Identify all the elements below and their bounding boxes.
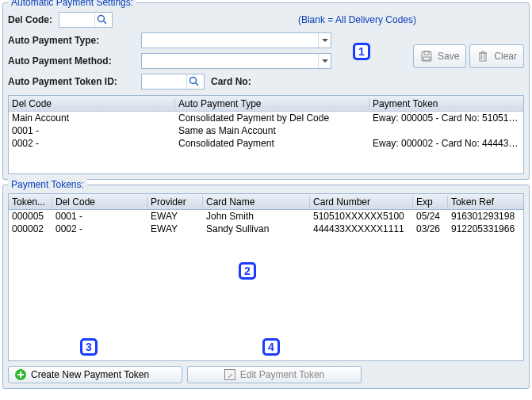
cell: 510510XXXXXX5100 bbox=[310, 211, 413, 222]
callout-marker-4: 4 bbox=[262, 338, 280, 356]
tokens-col-tokenref[interactable]: Token Ref bbox=[448, 196, 523, 208]
svg-line-1 bbox=[103, 21, 106, 25]
settings-row[interactable]: 0001 - Same as Main Account bbox=[9, 124, 523, 137]
cell: 05/24 bbox=[413, 211, 448, 222]
tokens-col-cardname[interactable]: Card Name bbox=[203, 196, 310, 208]
save-icon bbox=[420, 50, 433, 63]
del-code-label: Del Code: bbox=[8, 14, 59, 25]
settings-grid[interactable]: Del Code Auto Payment Type Payment Token… bbox=[8, 95, 524, 174]
settings-grid-body: Main Account Consolidated Payment by Del… bbox=[9, 112, 523, 150]
edit-icon bbox=[224, 369, 235, 380]
cell: 912205331966 bbox=[448, 223, 523, 234]
settings-col-paymenttoken[interactable]: Payment Token bbox=[369, 98, 523, 109]
chevron-down-icon[interactable] bbox=[318, 54, 331, 68]
auto-pay-type-combo[interactable] bbox=[141, 32, 331, 48]
svg-point-0 bbox=[98, 16, 104, 22]
search-icon[interactable] bbox=[94, 13, 109, 27]
plus-icon bbox=[15, 369, 26, 380]
search-icon[interactable] bbox=[186, 74, 201, 89]
cell: 03/26 bbox=[413, 223, 448, 234]
tokens-row[interactable]: 000002 0002 - EWAY Sandy Sullivan 444433… bbox=[9, 223, 523, 235]
auto-pay-type-input[interactable] bbox=[142, 33, 318, 48]
cell: Eway: 000002 - Card No: 444433XX... bbox=[369, 138, 523, 149]
cell: 0002 - bbox=[52, 223, 147, 234]
svg-line-3 bbox=[195, 83, 198, 86]
payment-tokens-title: Payment Tokens: bbox=[8, 179, 87, 190]
cell: 000002 bbox=[9, 223, 52, 234]
tokens-col-token[interactable]: Token... bbox=[9, 196, 52, 208]
auto-pay-method-combo[interactable] bbox=[141, 53, 331, 69]
clear-button-label: Clear bbox=[494, 51, 517, 62]
del-code-lookup[interactable] bbox=[59, 12, 113, 28]
save-button-label: Save bbox=[438, 51, 459, 62]
tokens-grid[interactable]: Token... Del Code Provider Card Name Car… bbox=[8, 193, 524, 361]
auto-pay-token-id-input[interactable] bbox=[142, 74, 186, 89]
callout-marker-3: 3 bbox=[80, 338, 98, 356]
cell: Eway: 000005 - Card No: 510510XX... bbox=[369, 112, 523, 124]
blank-note: (Blank = All Delivery Codes) bbox=[298, 14, 416, 25]
callout-marker-2: 2 bbox=[239, 262, 256, 280]
callout-marker-1: 1 bbox=[353, 43, 370, 60]
tokens-col-provider[interactable]: Provider bbox=[147, 196, 203, 208]
tokens-grid-body: 000005 0001 - EWAY John Smith 510510XXXX… bbox=[8, 209, 524, 361]
svg-rect-7 bbox=[480, 53, 486, 61]
settings-row[interactable]: 0002 - Consolidated Payment Eway: 000002… bbox=[9, 137, 523, 150]
cell: 0001 - bbox=[9, 125, 175, 136]
tokens-row[interactable]: 000005 0001 - EWAY John Smith 510510XXXX… bbox=[9, 210, 523, 223]
settings-col-delcode[interactable]: Del Code bbox=[9, 98, 175, 109]
settings-grid-header: Del Code Auto Payment Type Payment Token bbox=[9, 96, 523, 112]
auto-payment-settings-title: Automatic Payment Settings: bbox=[8, 0, 136, 8]
cell: EWAY bbox=[147, 223, 203, 234]
cell: 0001 - bbox=[52, 211, 147, 222]
save-button[interactable]: Save bbox=[413, 44, 466, 68]
edit-token-button[interactable]: Edit Payment Token bbox=[187, 366, 362, 383]
cell: 000005 bbox=[9, 211, 52, 222]
settings-row[interactable]: Main Account Consolidated Payment by Del… bbox=[9, 112, 523, 124]
auto-payment-settings-panel: Automatic Payment Settings: Del Code: (B… bbox=[2, 2, 530, 180]
tokens-col-delcode[interactable]: Del Code bbox=[52, 196, 147, 208]
settings-col-autopaytype[interactable]: Auto Payment Type bbox=[175, 98, 369, 109]
create-token-button[interactable]: Create New Payment Token bbox=[8, 366, 182, 383]
svg-point-2 bbox=[189, 78, 196, 84]
cell: Consolidated Payment by Del Code bbox=[175, 112, 369, 124]
tokens-grid-header: Token... Del Code Provider Card Name Car… bbox=[8, 193, 524, 209]
card-no-label: Card No: bbox=[211, 76, 251, 87]
clear-button[interactable]: Clear bbox=[469, 44, 524, 68]
clear-icon bbox=[477, 50, 489, 63]
payment-tokens-panel: Payment Tokens: Token... Del Code Provid… bbox=[2, 185, 530, 389]
create-token-label: Create New Payment Token bbox=[31, 369, 149, 380]
chevron-down-icon[interactable] bbox=[318, 33, 331, 48]
auto-pay-method-label: Auto Payment Method: bbox=[8, 55, 141, 67]
auto-pay-token-id-lookup[interactable] bbox=[141, 74, 205, 90]
del-code-input[interactable] bbox=[59, 13, 94, 27]
auto-pay-method-input[interactable] bbox=[142, 54, 318, 68]
cell: EWAY bbox=[147, 211, 203, 222]
edit-token-label: Edit Payment Token bbox=[240, 369, 325, 380]
svg-rect-5 bbox=[424, 51, 429, 55]
cell: Consolidated Payment bbox=[175, 138, 369, 149]
tokens-col-exp[interactable]: Exp bbox=[413, 196, 448, 208]
cell: 444433XXXXXX1111 bbox=[310, 223, 413, 234]
svg-rect-6 bbox=[423, 57, 430, 60]
cell: John Smith bbox=[203, 211, 310, 222]
cell: Same as Main Account bbox=[175, 125, 369, 136]
cell: Main Account bbox=[9, 112, 175, 124]
auto-pay-type-label: Auto Payment Type: bbox=[8, 35, 141, 46]
cell: Sandy Sullivan bbox=[203, 223, 310, 234]
cell: 0002 - bbox=[9, 138, 175, 149]
cell: 916301293198 bbox=[448, 211, 523, 222]
auto-pay-token-id-label: Auto Payment Token ID: bbox=[8, 76, 141, 87]
tokens-col-cardnum[interactable]: Card Number bbox=[310, 196, 413, 208]
